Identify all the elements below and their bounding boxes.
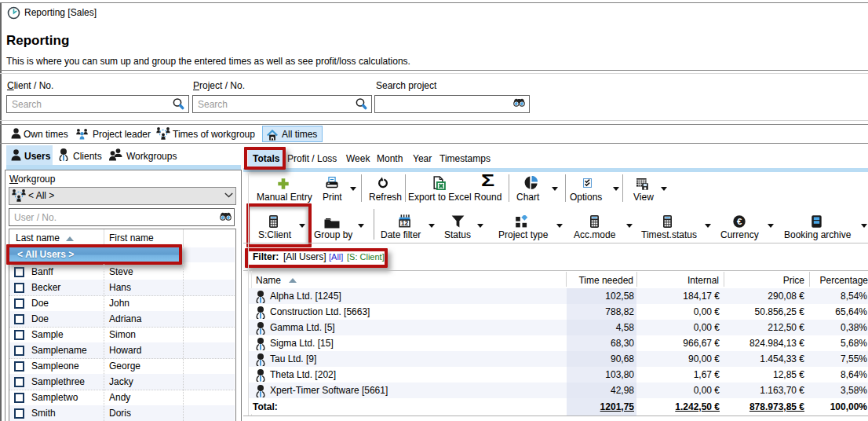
svg-text:12: 12 — [401, 220, 409, 227]
svg-text:€: € — [737, 217, 742, 226]
